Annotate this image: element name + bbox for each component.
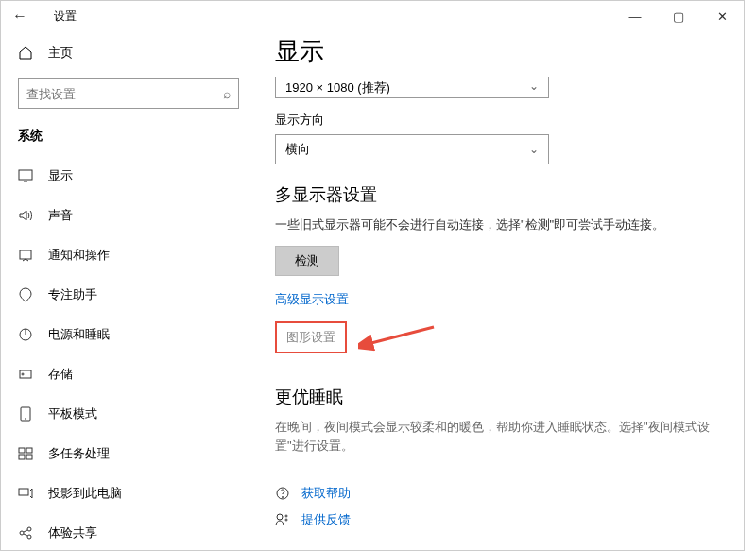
- sleep-desc: 在晚间，夜间模式会显示较柔和的暖色，帮助你进入睡眠状态。选择"夜间模式设置"进行…: [275, 418, 725, 457]
- multi-display-desc: 一些旧式显示器可能不会进行自动连接，选择"检测"即可尝试手动连接。: [275, 215, 719, 234]
- multitask-icon: [18, 446, 33, 461]
- sidebar-item-focus[interactable]: 专注助手: [1, 275, 256, 315]
- svg-rect-10: [26, 448, 32, 453]
- tablet-icon: [18, 406, 33, 422]
- project-icon: [18, 486, 33, 501]
- svg-rect-0: [19, 170, 32, 180]
- home-button[interactable]: 主页: [1, 35, 256, 71]
- maximize-button[interactable]: ▢: [657, 1, 700, 31]
- storage-icon: [18, 367, 33, 382]
- sidebar-item-label: 显示: [48, 167, 73, 184]
- sidebar-item-power[interactable]: 电源和睡眠: [1, 315, 256, 354]
- svg-rect-9: [19, 448, 25, 453]
- svg-point-22: [277, 514, 283, 520]
- back-button[interactable]: ←: [9, 8, 31, 25]
- advanced-display-link[interactable]: 高级显示设置: [275, 291, 725, 308]
- sidebar-item-label: 多任务处理: [48, 445, 110, 462]
- svg-line-19: [368, 327, 434, 344]
- share-icon: [18, 525, 33, 541]
- feedback-icon: [275, 512, 290, 527]
- orientation-label: 显示方向: [275, 112, 725, 129]
- help-label: 获取帮助: [301, 485, 351, 502]
- chevron-down-icon: ⌄: [529, 79, 539, 93]
- resolution-value: 1920 × 1080 (推荐): [285, 79, 390, 96]
- multi-display-heading: 多显示器设置: [275, 183, 725, 206]
- sidebar-item-label: 专注助手: [48, 286, 97, 303]
- sidebar-item-label: 存储: [48, 366, 73, 383]
- svg-line-17: [24, 530, 27, 532]
- get-help-link[interactable]: 获取帮助: [275, 485, 725, 502]
- sidebar-item-shared[interactable]: 体验共享: [1, 513, 256, 551]
- sidebar-item-notifications[interactable]: 通知和操作: [1, 235, 256, 275]
- section-header: 系统: [1, 120, 256, 152]
- sleep-heading: 更优睡眠: [275, 386, 725, 408]
- sidebar-item-multitask[interactable]: 多任务处理: [1, 434, 256, 474]
- home-label: 主页: [48, 44, 73, 61]
- display-icon: [18, 168, 33, 183]
- graphics-settings-link[interactable]: 图形设置: [275, 321, 347, 353]
- svg-point-6: [22, 373, 24, 375]
- notifications-icon: [18, 248, 33, 263]
- svg-rect-12: [26, 455, 32, 459]
- sidebar-item-storage[interactable]: 存储: [1, 354, 256, 394]
- feedback-link[interactable]: 提供反馈: [275, 511, 725, 528]
- window-title: 设置: [54, 9, 77, 25]
- svg-line-18: [24, 534, 27, 536]
- sidebar-item-label: 通知和操作: [48, 247, 110, 264]
- svg-point-24: [285, 519, 287, 521]
- search-icon: ⌕: [223, 86, 231, 101]
- svg-rect-13: [19, 489, 28, 495]
- search-input[interactable]: ⌕: [18, 78, 239, 109]
- home-icon: [18, 45, 33, 60]
- svg-point-14: [20, 531, 24, 535]
- annotation-arrow: [358, 323, 443, 352]
- close-button[interactable]: ✕: [700, 1, 744, 31]
- orientation-value: 横向: [285, 141, 310, 158]
- minimize-button[interactable]: —: [613, 1, 657, 31]
- power-icon: [18, 327, 33, 342]
- sidebar-item-label: 投影到此电脑: [48, 485, 122, 502]
- help-icon: [275, 486, 290, 501]
- page-title: 显示: [275, 35, 725, 68]
- sound-icon: [18, 208, 33, 223]
- svg-rect-2: [20, 250, 31, 259]
- sidebar-item-label: 体验共享: [48, 525, 97, 542]
- search-field[interactable]: [26, 87, 223, 101]
- sidebar-item-tablet[interactable]: 平板模式: [1, 394, 256, 434]
- svg-point-16: [27, 535, 31, 539]
- chevron-down-icon: ⌄: [529, 143, 539, 156]
- sidebar-item-label: 电源和睡眠: [48, 326, 110, 343]
- sidebar-item-label: 平板模式: [48, 405, 97, 422]
- sidebar-item-project[interactable]: 投影到此电脑: [1, 474, 256, 513]
- detect-button[interactable]: 检测: [275, 246, 339, 276]
- svg-point-15: [27, 527, 31, 531]
- sidebar-item-display[interactable]: 显示: [1, 156, 256, 196]
- sidebar-item-sound[interactable]: 声音: [1, 196, 256, 235]
- orientation-dropdown[interactable]: 横向 ⌄: [275, 134, 549, 164]
- resolution-dropdown[interactable]: 1920 × 1080 (推荐) ⌄: [275, 77, 549, 98]
- feedback-label: 提供反馈: [301, 511, 351, 528]
- svg-point-23: [285, 515, 287, 517]
- sidebar-item-label: 声音: [48, 207, 73, 224]
- svg-rect-11: [19, 455, 25, 459]
- svg-point-21: [283, 497, 284, 498]
- focus-icon: [18, 287, 33, 302]
